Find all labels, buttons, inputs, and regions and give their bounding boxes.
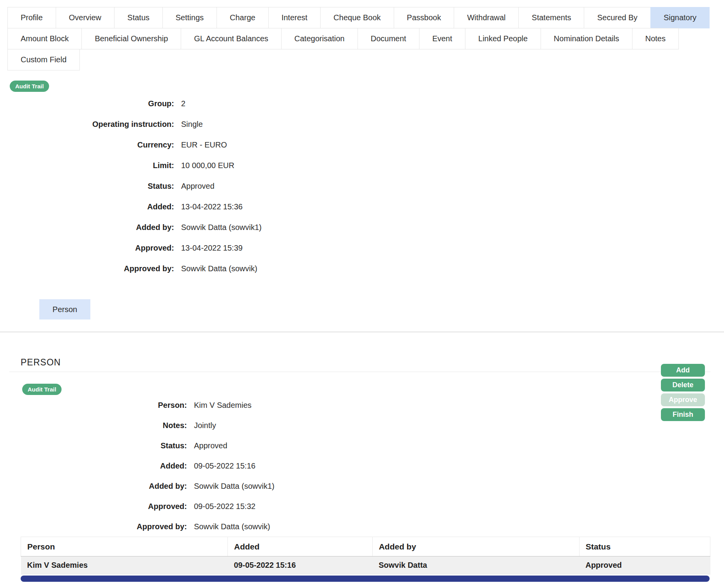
tab-signatory[interactable]: Signatory	[650, 7, 710, 28]
audit-trail-badge[interactable]: Audit Trail	[22, 384, 62, 395]
person-subtab-button[interactable]: Person	[39, 299, 90, 319]
tab-charge[interactable]: Charge	[217, 7, 269, 28]
tab-notes[interactable]: Notes	[632, 28, 679, 49]
page-title: PERSON	[21, 357, 724, 368]
finish-button[interactable]: Finish	[661, 408, 705, 421]
tab-passbook[interactable]: Passbook	[394, 7, 454, 28]
field-value: Kim V Sademies	[194, 401, 252, 410]
field-row-added: Added: 09-05-2022 15:16	[0, 456, 724, 476]
cell-status: Approved	[579, 556, 710, 574]
horizontal-scrollbar-thumb[interactable]	[21, 576, 710, 582]
tab-categorisation[interactable]: Categorisation	[281, 28, 358, 49]
field-label: Person:	[0, 401, 187, 410]
cell-person: Kim V Sademies	[21, 556, 228, 574]
column-header-added: Added	[228, 537, 373, 556]
section-divider	[0, 332, 724, 332]
table-row[interactable]: Kim V Sademies 09-05-2022 15:16 Sowvik D…	[21, 556, 710, 574]
field-label: Approved by:	[0, 264, 174, 273]
field-value: Sowvik Datta (sowvik1)	[194, 482, 275, 491]
field-label: Approved:	[0, 502, 187, 511]
tab-statements[interactable]: Statements	[518, 7, 584, 28]
delete-button[interactable]: Delete	[661, 379, 705, 391]
tab-row-2: Amount Block Beneficial Ownership GL Acc…	[7, 28, 724, 49]
signatory-details: Group: 2 Operating instruction: Single C…	[0, 93, 724, 279]
field-label: Approved:	[0, 244, 174, 253]
person-panel: PERSON Add Delete Approve Finish Audit T…	[0, 357, 724, 582]
field-value: Jointly	[194, 421, 216, 430]
field-row-limit: Limit: 10 000,00 EUR	[0, 155, 724, 176]
field-value: 13-04-2022 15:39	[181, 244, 243, 253]
tab-custom-field[interactable]: Custom Field	[7, 49, 80, 70]
person-details: Person: Kim V Sademies Notes: Jointly St…	[0, 395, 724, 537]
field-row-status: Status: Approved	[0, 176, 724, 197]
field-row-added: Added: 13-04-2022 15:36	[0, 197, 724, 217]
tab-nomination-details[interactable]: Nomination Details	[541, 28, 632, 49]
field-label: Status:	[0, 441, 187, 450]
tab-profile[interactable]: Profile	[7, 7, 56, 28]
tab-document[interactable]: Document	[358, 28, 419, 49]
field-value: 10 000,00 EUR	[181, 161, 234, 170]
tab-gl-account-balances[interactable]: GL Account Balances	[181, 28, 282, 49]
field-row-added-by: Added by: Sowvik Datta (sowvik1)	[0, 476, 724, 496]
field-label: Added:	[0, 202, 174, 211]
field-value: Approved	[194, 441, 227, 450]
field-value: Sowvik Datta (sowvik1)	[181, 223, 262, 232]
field-label: Added by:	[0, 482, 187, 491]
field-row-approved-by: Approved by: Sowvik Datta (sowvik)	[0, 258, 724, 279]
field-value: Sowvik Datta (sowvik)	[181, 264, 257, 273]
field-row-person: Person: Kim V Sademies	[0, 395, 724, 415]
tab-interest[interactable]: Interest	[268, 7, 321, 28]
tab-secured-by[interactable]: Secured By	[584, 7, 650, 28]
field-value: EUR - EURO	[181, 140, 227, 149]
action-button-stack: Add Delete Approve Finish	[661, 364, 705, 421]
tab-settings[interactable]: Settings	[162, 7, 217, 28]
field-label: Added by:	[0, 223, 174, 232]
field-value: Sowvik Datta (sowvik)	[194, 522, 270, 531]
person-table: Person Added Added by Status Kim V Sadem…	[21, 537, 710, 574]
field-value: 09-05-2022 15:16	[194, 462, 255, 470]
cell-added: 09-05-2022 15:16	[228, 556, 373, 574]
field-row-approved-by: Approved by: Sowvik Datta (sowvik)	[0, 516, 724, 537]
field-value: 09-05-2022 15:32	[194, 502, 255, 511]
tab-row-3: Custom Field	[7, 49, 724, 70]
column-header-status: Status	[579, 537, 710, 556]
field-row-group: Group: 2	[0, 93, 724, 114]
tab-bar: Profile Overview Status Settings Charge …	[0, 7, 724, 70]
field-label: Added:	[0, 462, 187, 470]
tab-overview[interactable]: Overview	[56, 7, 115, 28]
tab-row-1: Profile Overview Status Settings Charge …	[7, 7, 724, 28]
field-row-approved: Approved: 09-05-2022 15:32	[0, 496, 724, 516]
signatory-panel: Audit Trail Group: 2 Operating instructi…	[0, 70, 724, 319]
add-button[interactable]: Add	[661, 364, 705, 377]
field-value: 2	[181, 99, 185, 108]
tab-cheque-book[interactable]: Cheque Book	[320, 7, 394, 28]
title-underline	[9, 372, 710, 372]
column-header-added-by: Added by	[372, 537, 579, 556]
column-header-person: Person	[21, 537, 228, 556]
approve-button[interactable]: Approve	[661, 393, 705, 406]
field-label: Notes:	[0, 421, 187, 430]
cell-added-by: Sowvik Datta	[372, 556, 579, 574]
field-label: Currency:	[0, 140, 174, 149]
field-row-operating-instruction: Operating instruction: Single	[0, 114, 724, 135]
field-label: Approved by:	[0, 522, 187, 531]
table-header-row: Person Added Added by Status	[21, 537, 710, 556]
tab-linked-people[interactable]: Linked People	[465, 28, 541, 49]
tab-withdrawal[interactable]: Withdrawal	[454, 7, 519, 28]
field-row-notes: Notes: Jointly	[0, 415, 724, 435]
field-value: Approved	[181, 182, 215, 191]
field-value: 13-04-2022 15:36	[181, 202, 243, 211]
tab-status[interactable]: Status	[114, 7, 163, 28]
tab-amount-block[interactable]: Amount Block	[7, 28, 82, 49]
field-label: Limit:	[0, 161, 174, 170]
field-label: Status:	[0, 182, 174, 191]
field-row-currency: Currency: EUR - EURO	[0, 135, 724, 155]
field-label: Operating instruction:	[0, 120, 174, 129]
field-row-added-by: Added by: Sowvik Datta (sowvik1)	[0, 217, 724, 238]
field-row-status: Status: Approved	[0, 435, 724, 456]
audit-trail-badge[interactable]: Audit Trail	[10, 81, 49, 92]
field-value: Single	[181, 120, 203, 129]
field-label: Group:	[0, 99, 174, 108]
tab-event[interactable]: Event	[419, 28, 465, 49]
tab-beneficial-ownership[interactable]: Beneficial Ownership	[81, 28, 181, 49]
